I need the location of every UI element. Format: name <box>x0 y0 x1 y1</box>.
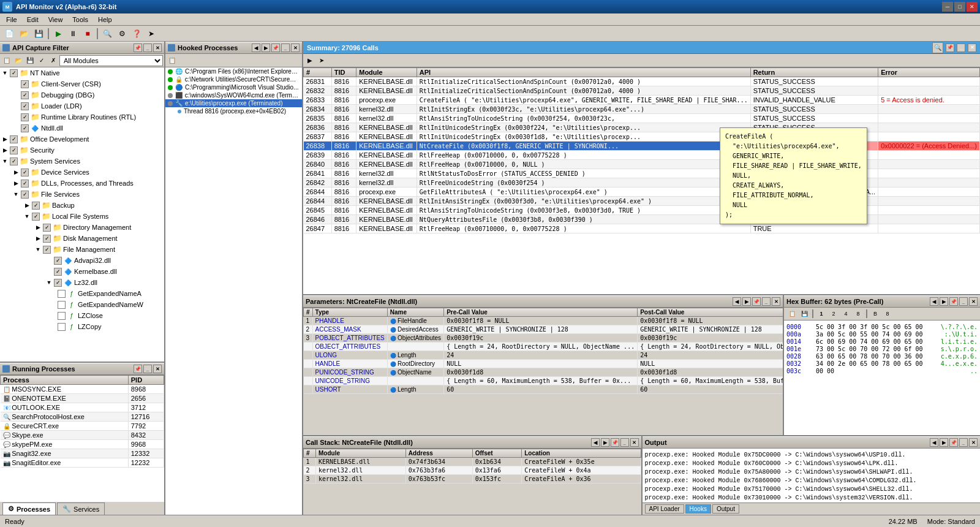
process-row[interactable]: 🔒 SecureCRT.exe7792 <box>1 422 164 431</box>
tree-toggle-disk[interactable]: ▶ <box>34 235 42 242</box>
tree-check-dir[interactable]: ✓ <box>43 224 51 232</box>
summary-minimize[interactable]: _ <box>957 44 965 52</box>
tree-toggle-adv[interactable] <box>45 257 53 264</box>
out-pin[interactable]: 📌 <box>949 438 958 447</box>
summary-row[interactable]: 268468816KERNELBASE.dllNtQueryAttributes… <box>304 215 980 224</box>
params-nav-right[interactable]: ▶ <box>742 297 751 306</box>
tree-item-system-services[interactable]: ▼ ✓ 📁 System Services <box>0 156 164 167</box>
params-th-num[interactable]: # <box>304 308 313 317</box>
hooked-vs[interactable]: 🔵 C:\Programming\Microsoft Visual Studio… <box>165 83 302 91</box>
tree-check-lzcopy[interactable] <box>58 323 66 331</box>
tree-check-getexpnamea[interactable] <box>58 290 66 298</box>
tree-item-dlls[interactable]: ▶ ✓ 📁 DLLs, Processes, and Threads <box>0 178 164 189</box>
tree-toggle-security[interactable]: ▶ <box>1 146 9 154</box>
callstack-row[interactable]: 3kernel32.dll0x763b53fc0x153fcCreateFile… <box>304 475 641 483</box>
rp-panel-minimize[interactable]: _ <box>143 365 152 373</box>
cs-th-offset[interactable]: Offset <box>472 449 522 458</box>
out-close[interactable]: ✕ <box>969 438 978 447</box>
filter-panel-close[interactable]: ✕ <box>153 44 162 52</box>
tree-check-lz32[interactable]: ✓ <box>54 279 62 287</box>
summary-row[interactable]: 268388816KERNELBASE.dllNtCreateFile (0x0… <box>304 142 980 151</box>
params-th-precall[interactable]: Pre-Call Value <box>444 308 638 317</box>
process-row[interactable]: 💬 skypePM.exe9968 <box>1 440 164 449</box>
hex-format1[interactable]: B <box>870 308 881 319</box>
process-row[interactable]: 🔍 SearchProtocolHost.exe12716 <box>1 412 164 422</box>
tree-item-security[interactable]: ▶ ✓ 📁 Security <box>0 145 164 156</box>
tree-check-device[interactable]: ✓ <box>21 169 29 176</box>
tree-toggle-file[interactable]: ▼ <box>12 191 20 198</box>
tree-check-file[interactable]: ✓ <box>21 191 29 199</box>
filter-new[interactable]: 📋 <box>1 55 12 66</box>
params-pin[interactable]: 📌 <box>752 297 761 306</box>
sum-tb-btn1[interactable]: ▶ <box>304 55 315 66</box>
tree-item-file-services[interactable]: ▼ ✓ 📁 File Services <box>0 189 164 200</box>
tree-toggle-device[interactable]: ▶ <box>12 169 20 176</box>
summary-row[interactable]: 268448816procexp.exeGetFileAttributesA (… <box>304 188 980 197</box>
tree-toggle-system-services[interactable]: ▼ <box>1 157 9 165</box>
menu-view[interactable]: View <box>43 15 68 25</box>
summary-row[interactable]: 268458816KERNELBASE.dllRtlAnsiStringToUn… <box>304 206 980 215</box>
th-return[interactable]: Return <box>750 68 878 77</box>
menu-tools[interactable]: Tools <box>67 15 93 25</box>
toolbar-extra[interactable]: ➤ <box>145 27 158 40</box>
menu-file[interactable]: File <box>1 15 22 25</box>
filter-uncheck-all[interactable]: ✗ <box>48 55 59 66</box>
tree-check-security[interactable]: ✓ <box>10 146 18 154</box>
hp-panel-minimize[interactable]: _ <box>281 44 290 52</box>
close-button[interactable]: ✕ <box>967 2 978 12</box>
tree-check-getexpnamew[interactable] <box>58 301 66 309</box>
filter-panel-pin[interactable]: 📌 <box>134 44 142 52</box>
hooked-thread[interactable]: Thread 8816 (procexp.exe+0x4EB02) <box>165 107 302 115</box>
summary-row[interactable]: 268478816KERNELBASE.dllRtlFreeHeap (0x00… <box>304 224 980 233</box>
hooked-ie[interactable]: 🌐 C:\Program Files (x86)\Internet Explor… <box>165 67 302 75</box>
tree-item-advapi32[interactable]: ✓ 🔷 Advapi32.dll <box>0 255 164 266</box>
tree-check-file-mgmt[interactable]: ✓ <box>43 246 51 254</box>
tree-check-ntdll[interactable]: ✓ <box>21 124 29 132</box>
cs-th-location[interactable]: Location <box>522 449 641 458</box>
tree-toggle-dbg[interactable] <box>12 91 20 99</box>
process-row[interactable]: 📧 OUTLOOK.EXE3712 <box>1 403 164 412</box>
th-error[interactable]: Error <box>878 68 980 77</box>
filter-open[interactable]: 📂 <box>13 55 24 66</box>
summary-row[interactable]: 268318816KERNELBASE.dllRtlInitializeCrit… <box>304 77 980 86</box>
process-row[interactable]: 📷 Snagit32.exe12332 <box>1 449 164 458</box>
filter-check-all[interactable]: ✓ <box>36 55 47 66</box>
tree-toggle-office[interactable]: ▶ <box>1 135 9 143</box>
toolbar-open[interactable]: 📂 <box>17 27 31 40</box>
cs-th-address[interactable]: Address <box>405 449 472 458</box>
tree-item-nt-native[interactable]: ▼ ✓ 📁 NT Native <box>0 67 164 78</box>
tree-item-lzclose[interactable]: ƒ LZClose <box>0 310 164 321</box>
tree-toggle-lz32[interactable]: ▼ <box>45 279 53 286</box>
params-row[interactable]: 2ACCESS_MASK🔵 DesiredAccessGENERIC_WRITE… <box>304 325 783 334</box>
cs-pin[interactable]: 📌 <box>611 438 619 447</box>
rp-panel-pin[interactable]: 📌 <box>134 365 142 373</box>
summary-row[interactable]: 268358816kernel32.dllRtlAnsiStringToUnic… <box>304 114 980 123</box>
tree-item-dir-mgmt[interactable]: ▶ ✓ 📁 Directory Management <box>0 222 164 233</box>
hex-close[interactable]: ✕ <box>969 297 978 306</box>
tree-check-nt-native[interactable]: ✓ <box>10 69 18 77</box>
tree-item-local-fs[interactable]: ▼ ✓ 📁 Local File Systems <box>0 211 164 222</box>
params-row[interactable]: HANDLE🔵 RootDirectoryNULLNULL <box>304 360 783 368</box>
tree-item-lzcopy[interactable]: ƒ LZCopy <box>0 321 164 332</box>
tree-item-office[interactable]: ▶ ✓ 📁 Office Development <box>0 134 164 145</box>
tree-item-ntdll[interactable]: ✓ 🔷 Ntdll.dll <box>0 123 164 134</box>
params-close[interactable]: ✕ <box>772 297 780 306</box>
filter-dropdown[interactable]: All Modules <box>59 55 163 66</box>
hex-nav-right[interactable]: ▶ <box>940 297 948 306</box>
tree-item-getexpnamew[interactable]: ƒ GetExpandedNameW <box>0 299 164 310</box>
params-row[interactable]: UNICODE_STRING{ Length = 60, MaximumLeng… <box>304 377 783 385</box>
summary-search[interactable]: 🔍 <box>932 42 943 53</box>
summary-row[interactable]: 268378816KERNELBASE.dllRtlInitUnicodeStr… <box>304 132 980 142</box>
hooked-cmd[interactable]: ⬛ c:\windows\SysWOW64\cmd.exe (Termin... <box>165 91 302 99</box>
tree-item-getexpnamea[interactable]: ƒ GetExpandedNameA <box>0 288 164 299</box>
params-th-postcall[interactable]: Post-Call Value <box>638 308 783 317</box>
hex-2byte[interactable]: 2 <box>828 308 839 319</box>
hp-panel-nav-right[interactable]: ▶ <box>262 44 270 52</box>
tab-output[interactable]: Output <box>712 504 739 514</box>
tree-toggle-file-mgmt[interactable]: ▼ <box>34 246 42 253</box>
tree-check-adv[interactable]: ✓ <box>54 257 62 265</box>
process-row[interactable]: 📓 ONENOTEM.EXE2656 <box>1 394 164 403</box>
hex-minimize[interactable]: _ <box>959 297 968 306</box>
tree-check-ldr[interactable]: ✓ <box>21 102 29 110</box>
hex-nav-left[interactable]: ◀ <box>930 297 938 306</box>
